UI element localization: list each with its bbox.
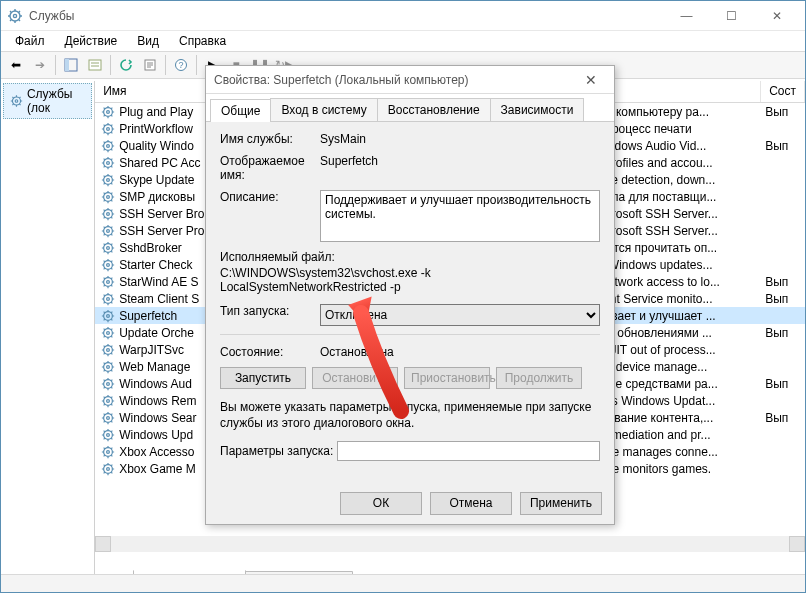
description-text[interactable]: Поддерживает и улучшает производительнос… — [320, 190, 600, 242]
properties-dialog: Свойства: Superfetch (Локальный компьюте… — [205, 65, 615, 525]
svg-rect-3 — [65, 59, 69, 71]
help-button[interactable]: ? — [170, 54, 192, 76]
service-status: Вып — [765, 139, 805, 153]
dialog-tab-general[interactable]: Общие — [210, 99, 271, 122]
forward-button[interactable]: ➔ — [29, 54, 51, 76]
display-name-value: Superfetch — [320, 154, 600, 168]
gear-icon — [101, 360, 115, 374]
service-name-label: Имя службы: — [220, 132, 320, 146]
service-status: Вып — [765, 326, 805, 340]
gear-icon — [101, 275, 115, 289]
menu-action[interactable]: Действие — [57, 32, 126, 50]
gear-icon — [101, 139, 115, 153]
dialog-title: Свойства: Superfetch (Локальный компьюте… — [214, 73, 576, 87]
exe-path: C:\WINDOWS\system32\svchost.exe -k Local… — [220, 266, 600, 294]
refresh-button[interactable] — [115, 54, 137, 76]
menu-view[interactable]: Вид — [129, 32, 167, 50]
gear-icon — [101, 224, 115, 238]
menu-help[interactable]: Справка — [171, 32, 234, 50]
services-icon — [7, 8, 23, 24]
params-help-text: Вы можете указать параметры запуска, при… — [220, 399, 600, 431]
service-status: Вып — [765, 105, 805, 119]
apply-button[interactable]: Применить — [520, 492, 602, 515]
service-status: Вып — [765, 275, 805, 289]
col-status[interactable]: Сост — [761, 81, 805, 102]
maximize-button[interactable]: ☐ — [709, 2, 754, 30]
gear-icon — [101, 462, 115, 476]
close-button[interactable]: ✕ — [754, 2, 799, 30]
gear-icon — [10, 93, 23, 109]
dialog-tab-logon[interactable]: Вход в систему — [270, 98, 377, 121]
exe-label: Исполняемый файл: — [220, 250, 600, 264]
ok-button[interactable]: ОК — [340, 492, 422, 515]
gear-icon — [101, 377, 115, 391]
gear-icon — [101, 173, 115, 187]
description-label: Описание: — [220, 190, 320, 204]
statusbar — [1, 574, 805, 592]
state-label: Состояние: — [220, 345, 320, 359]
show-hide-tree-button[interactable] — [60, 54, 82, 76]
service-status: Вып — [765, 411, 805, 425]
startup-type-label: Тип запуска: — [220, 304, 320, 318]
gear-icon — [101, 343, 115, 357]
cancel-button[interactable]: Отмена — [430, 492, 512, 515]
titlebar: Службы — ☐ ✕ — [1, 1, 805, 31]
tree-node-label: Службы (лок — [27, 87, 85, 115]
svg-text:?: ? — [178, 60, 183, 70]
service-status: Вып — [765, 292, 805, 306]
dialog-tab-recovery[interactable]: Восстановление — [377, 98, 491, 121]
gear-icon — [101, 309, 115, 323]
start-service-button[interactable]: Запустить — [220, 367, 306, 389]
display-name-label: Отображаемое имя: — [220, 154, 320, 182]
gear-icon — [101, 258, 115, 272]
menu-file[interactable]: Файл — [7, 32, 53, 50]
scroll-left-button[interactable] — [95, 536, 111, 552]
resume-service-button: Продолжить — [496, 367, 582, 389]
gear-icon — [101, 428, 115, 442]
params-label: Параметры запуска: — [220, 444, 337, 458]
window-title: Службы — [29, 9, 664, 23]
scrollbar-horizontal[interactable] — [95, 536, 805, 552]
params-input[interactable] — [337, 441, 600, 461]
dialog-close-button[interactable]: ✕ — [576, 72, 606, 88]
gear-icon — [101, 156, 115, 170]
service-name-value: SysMain — [320, 132, 600, 146]
gear-icon — [101, 207, 115, 221]
pause-service-button: Приостановить — [404, 367, 490, 389]
export-button[interactable] — [139, 54, 161, 76]
gear-icon — [101, 411, 115, 425]
gear-icon — [101, 190, 115, 204]
gear-icon — [101, 326, 115, 340]
stop-service-button: Остановить — [312, 367, 398, 389]
svg-rect-4 — [89, 60, 101, 70]
gear-icon — [101, 122, 115, 136]
service-status: Вып — [765, 377, 805, 391]
gear-icon — [101, 445, 115, 459]
properties-toolbar-button[interactable] — [84, 54, 106, 76]
gear-icon — [101, 292, 115, 306]
state-value: Остановлена — [320, 345, 600, 359]
scroll-right-button[interactable] — [789, 536, 805, 552]
menubar: Файл Действие Вид Справка — [1, 31, 805, 51]
startup-type-select[interactable]: Отключена — [320, 304, 600, 326]
gear-icon — [101, 105, 115, 119]
gear-icon — [101, 241, 115, 255]
tree-panel: Службы (лок — [1, 81, 95, 574]
back-button[interactable]: ⬅ — [5, 54, 27, 76]
minimize-button[interactable]: — — [664, 2, 709, 30]
gear-icon — [101, 394, 115, 408]
dialog-tab-deps[interactable]: Зависимости — [490, 98, 585, 121]
tree-node-services[interactable]: Службы (лок — [3, 83, 92, 119]
